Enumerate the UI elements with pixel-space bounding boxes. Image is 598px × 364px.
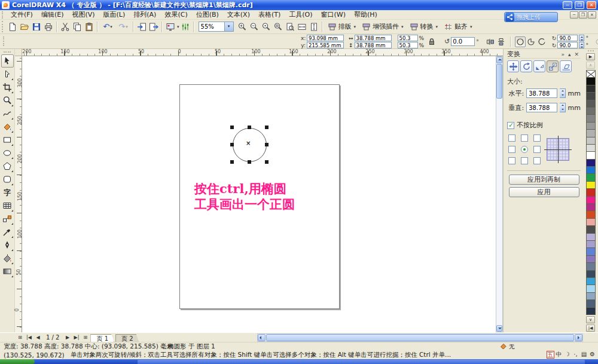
- doc-minimize-button[interactable]: ─: [570, 11, 578, 19]
- zoom-to-page-icon[interactable]: [284, 21, 296, 33]
- anchor-top-right[interactable]: [533, 134, 541, 142]
- eyedropper-tool[interactable]: [1, 225, 14, 238]
- selection-handle-e[interactable]: [265, 143, 269, 146]
- polygon-tool[interactable]: [1, 160, 14, 173]
- apply-button[interactable]: 应用: [509, 187, 579, 197]
- transform-skew-button[interactable]: [560, 60, 572, 72]
- vertical-size-field[interactable]: [526, 103, 557, 112]
- zoom-in-icon[interactable]: [236, 21, 248, 33]
- copy-icon[interactable]: [71, 21, 83, 33]
- color-swatch[interactable]: [586, 262, 596, 270]
- mirror-horizontal-icon[interactable]: [485, 36, 496, 47]
- color-swatch[interactable]: [586, 129, 596, 137]
- scroll-left-icon[interactable]: [258, 334, 266, 341]
- new-document-icon[interactable]: [7, 21, 19, 33]
- selection-handle-s[interactable]: [248, 160, 251, 164]
- rotation-angle-field[interactable]: [451, 37, 475, 46]
- menu-item[interactable]: 视图(V): [68, 10, 99, 19]
- interactive-fill-tool[interactable]: [1, 265, 14, 278]
- color-swatch[interactable]: [586, 181, 596, 189]
- shape-tool[interactable]: [1, 68, 14, 81]
- menu-item[interactable]: 文件(F): [7, 10, 37, 19]
- palette-scroll-down-icon[interactable]: ∨: [586, 316, 595, 323]
- undo-button[interactable]: ↶▾: [100, 21, 115, 33]
- docker-flyout-icon[interactable]: »: [559, 51, 566, 57]
- docker-close-icon[interactable]: ✕: [572, 51, 581, 57]
- menu-item[interactable]: 文本(X): [223, 10, 254, 19]
- color-swatch[interactable]: [586, 240, 596, 248]
- change-direction-icon[interactable]: [593, 36, 598, 47]
- anchor-middle-left[interactable]: [508, 146, 515, 153]
- ellipse-mode-button[interactable]: [515, 36, 526, 47]
- ime-wubi-icon[interactable]: 五: [547, 351, 554, 359]
- menu-item[interactable]: 窗口(W): [317, 10, 350, 19]
- typeset-button[interactable]: 排版▾: [325, 22, 359, 32]
- selection-handle-nw[interactable]: [230, 126, 234, 129]
- color-swatch[interactable]: [586, 77, 596, 85]
- color-swatch[interactable]: [586, 255, 596, 263]
- menu-item[interactable]: 排列(A): [129, 10, 160, 19]
- ime-punctuation-icon[interactable]: ·,: [572, 351, 579, 359]
- anchor-top-center[interactable]: [521, 134, 528, 142]
- scroll-up-icon[interactable]: [496, 57, 502, 63]
- zoom-out-icon[interactable]: [248, 21, 260, 33]
- start-angle-spinner[interactable]: [579, 35, 584, 41]
- selection-handle-w[interactable]: [230, 143, 234, 146]
- first-page-icon[interactable]: |◀: [25, 334, 33, 341]
- scale-h-field[interactable]: [398, 35, 418, 41]
- color-swatch[interactable]: [586, 225, 596, 233]
- color-swatch[interactable]: [586, 107, 596, 115]
- zoom-level-combobox[interactable]: ▾: [199, 22, 234, 32]
- selection-handle-ne[interactable]: [265, 126, 269, 129]
- color-swatch[interactable]: [586, 285, 596, 292]
- smart-fill-tool[interactable]: [1, 120, 14, 133]
- zoom-to-height-icon[interactable]: [308, 21, 320, 33]
- pick-tool[interactable]: [1, 54, 14, 68]
- docker-collapse-icon[interactable]: ▴: [566, 51, 573, 57]
- no-color-swatch[interactable]: [586, 70, 596, 78]
- convert-button[interactable]: 转换▾: [407, 22, 441, 32]
- selection-handle-se[interactable]: [265, 160, 269, 164]
- ellipse-tool[interactable]: [1, 146, 14, 160]
- ime-mode-icon[interactable]: ☽: [563, 351, 571, 359]
- zoom-combo-caret-icon[interactable]: ▾: [224, 22, 233, 31]
- transform-size-button[interactable]: [547, 60, 559, 72]
- color-swatch[interactable]: [586, 299, 596, 307]
- crop-tool[interactable]: [1, 81, 14, 94]
- last-page-icon[interactable]: ▶|: [72, 334, 80, 341]
- horizontal-scrollbar[interactable]: [257, 334, 583, 342]
- redo-button[interactable]: ↷▾: [115, 21, 131, 33]
- options-icon[interactable]: [179, 21, 191, 33]
- prev-page-icon[interactable]: ◀: [34, 334, 42, 341]
- color-swatch[interactable]: [586, 100, 596, 108]
- add-page-after-icon[interactable]: ⊞: [81, 334, 89, 341]
- text-tool[interactable]: 字: [1, 186, 14, 199]
- outline-pen-tool[interactable]: [1, 238, 14, 252]
- vertical-scrollbar[interactable]: [496, 56, 503, 332]
- color-swatch[interactable]: [586, 277, 596, 285]
- table-tool[interactable]: [1, 199, 14, 212]
- menu-item[interactable]: 工具(O): [285, 10, 316, 19]
- anchor-center-selected[interactable]: [521, 146, 528, 153]
- color-swatch[interactable]: [586, 137, 596, 145]
- doc-restore-button[interactable]: ❐: [579, 11, 587, 19]
- color-swatch[interactable]: [586, 92, 596, 100]
- ime-language-icon[interactable]: 中: [555, 351, 563, 359]
- fill-tool[interactable]: [1, 252, 14, 265]
- horizontal-scroll-thumb[interactable]: [266, 334, 574, 341]
- color-swatch[interactable]: [586, 151, 596, 159]
- menu-item[interactable]: 位图(B): [192, 10, 223, 19]
- add-page-before-icon[interactable]: ⊞: [16, 334, 24, 341]
- anchor-top-left[interactable]: [508, 134, 515, 142]
- object-x-field[interactable]: [307, 35, 344, 41]
- ime-keyboard-icon[interactable]: ▤: [580, 351, 588, 359]
- color-swatch[interactable]: [586, 307, 596, 315]
- cut-icon[interactable]: [59, 21, 71, 33]
- arc-mode-button[interactable]: [536, 36, 547, 47]
- pie-mode-button[interactable]: [526, 36, 536, 47]
- open-icon[interactable]: [19, 21, 30, 33]
- menu-item[interactable]: 帮助(H): [350, 10, 382, 19]
- next-page-icon[interactable]: ▶: [63, 334, 71, 341]
- zoom-all-objects-icon[interactable]: [272, 21, 284, 33]
- object-y-field[interactable]: [307, 42, 344, 48]
